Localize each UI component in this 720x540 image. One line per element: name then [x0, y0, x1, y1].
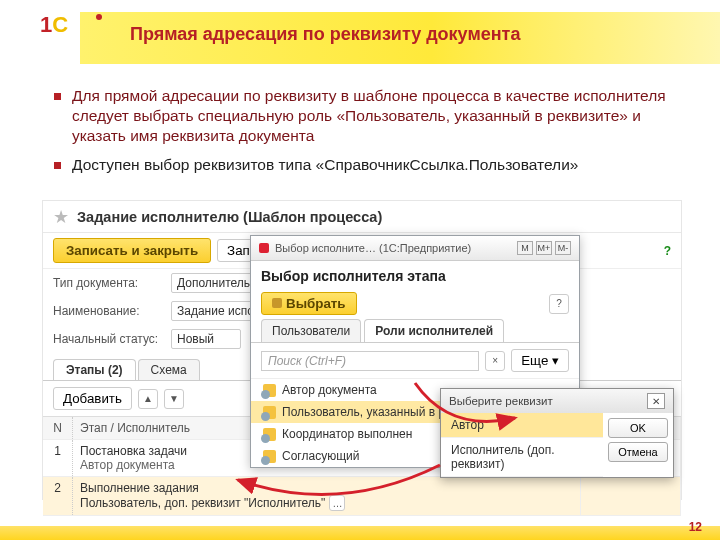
- requisite-list: Автор Исполнитель (доп. реквизит): [441, 413, 603, 477]
- clear-search-icon[interactable]: ×: [485, 351, 505, 371]
- win-mplus-button[interactable]: M+: [536, 241, 552, 255]
- status-label: Начальный статус:: [53, 332, 161, 346]
- move-up-icon[interactable]: ▲: [138, 389, 158, 409]
- win-m-button[interactable]: M: [517, 241, 533, 255]
- close-icon[interactable]: ✕: [647, 393, 665, 409]
- help-link[interactable]: ?: [664, 244, 671, 258]
- bullet-2: Доступен выбор реквизитов типа «Справочн…: [54, 155, 674, 175]
- name-label: Наименование:: [53, 304, 161, 318]
- help-button[interactable]: ?: [549, 294, 569, 314]
- person-icon: [263, 450, 276, 463]
- cancel-button[interactable]: Отмена: [608, 442, 668, 462]
- tab-scheme[interactable]: Схема: [138, 359, 200, 380]
- list-item[interactable]: Исполнитель (доп. реквизит): [441, 438, 603, 477]
- tab-roles[interactable]: Роли исполнителей: [364, 319, 504, 342]
- slide-title: Прямая адресация по реквизиту документа: [130, 24, 520, 45]
- search-input[interactable]: Поиск (Ctrl+F): [261, 351, 479, 371]
- logo-1: 1: [40, 12, 52, 37]
- status-field[interactable]: Новый: [171, 329, 241, 349]
- person-icon: [263, 384, 276, 397]
- page-number: 12: [689, 520, 702, 534]
- doc-type-label: Тип документа:: [53, 276, 161, 290]
- tab-users[interactable]: Пользователи: [261, 319, 361, 342]
- logo: 1C: [40, 12, 68, 38]
- ok-button[interactable]: OK: [608, 418, 668, 438]
- folder-icon: [272, 298, 282, 308]
- footer-band: [0, 526, 720, 540]
- logo-dot: [96, 14, 102, 20]
- requisite-dialog: Выберите реквизит ✕ Автор Исполнитель (д…: [440, 388, 674, 478]
- add-button[interactable]: Добавить: [53, 387, 132, 410]
- tab-stages[interactable]: Этапы (2): [53, 359, 136, 380]
- bullet-1: Для прямой адресации по реквизиту в шабл…: [54, 86, 674, 145]
- more-button[interactable]: Еще ▾: [511, 349, 569, 372]
- table-row[interactable]: 2 Выполнение задания Пользователь, доп. …: [43, 477, 681, 516]
- dialog-heading: Выбор исполнителя этапа: [261, 268, 569, 284]
- requisite-title: Выберите реквизит: [449, 395, 553, 407]
- person-icon: [263, 406, 276, 419]
- choose-executor-button[interactable]: …: [329, 495, 345, 511]
- col-n: N: [43, 417, 73, 439]
- favorite-star-icon[interactable]: ★: [53, 206, 69, 228]
- select-button[interactable]: Выбрать: [261, 292, 357, 315]
- list-item[interactable]: Автор: [441, 413, 603, 438]
- executor-name: Пользователь, доп. реквизит "Исполнитель…: [80, 496, 325, 510]
- move-down-icon[interactable]: ▼: [164, 389, 184, 409]
- dialog-frame-title: Выбор исполните… (1С:Предприятие): [275, 242, 471, 254]
- win-mminus-button[interactable]: M-: [555, 241, 571, 255]
- record-close-button[interactable]: Записать и закрыть: [53, 238, 211, 263]
- app-icon: [259, 243, 269, 253]
- logo-c: C: [52, 12, 68, 37]
- stage-name: Выполнение задания: [80, 481, 573, 495]
- form-title: Задание исполнителю (Шаблон процесса): [77, 209, 382, 225]
- bullet-list: Для прямой адресации по реквизиту в шабл…: [54, 86, 674, 185]
- person-icon: [263, 428, 276, 441]
